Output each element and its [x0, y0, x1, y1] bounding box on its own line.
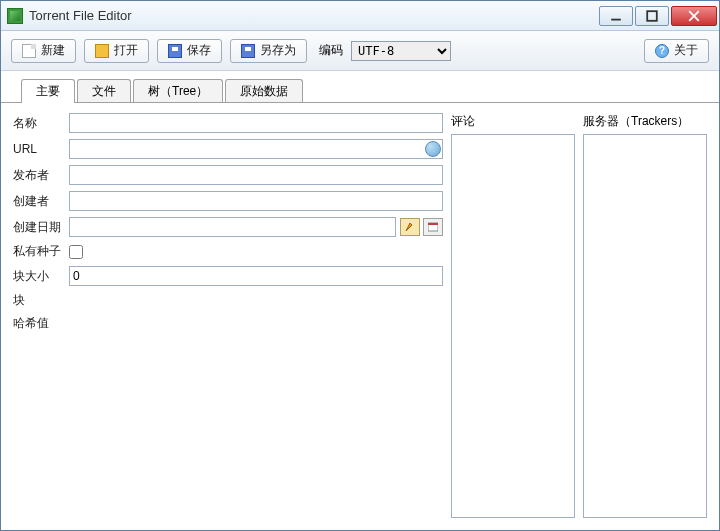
created-input[interactable]: [69, 217, 396, 237]
maximize-button[interactable]: [635, 6, 669, 26]
private-label: 私有种子: [13, 243, 69, 260]
piece-size-label: 块大小: [13, 268, 69, 285]
creator-label: 创建者: [13, 193, 69, 210]
tab-raw[interactable]: 原始数据: [225, 79, 303, 103]
piece-size-input[interactable]: [69, 266, 443, 286]
encoding-label: 编码: [319, 42, 343, 59]
saveas-icon: [241, 44, 255, 58]
globe-icon[interactable]: [425, 141, 441, 157]
url-label: URL: [13, 142, 69, 156]
created-label: 创建日期: [13, 219, 69, 236]
open-button[interactable]: 打开: [84, 39, 149, 63]
pieces-label: 块: [13, 292, 69, 309]
minimize-button[interactable]: [599, 6, 633, 26]
tab-tree[interactable]: 树（Tree）: [133, 79, 223, 103]
new-label: 新建: [41, 42, 65, 59]
about-label: 关于: [674, 42, 698, 59]
tab-files[interactable]: 文件: [77, 79, 131, 103]
url-input[interactable]: [69, 139, 443, 159]
comments-box[interactable]: [451, 134, 575, 518]
folder-open-icon: [95, 44, 109, 58]
saveas-label: 另存为: [260, 42, 296, 59]
file-new-icon: [22, 44, 36, 58]
comments-panel: 评论: [451, 113, 575, 518]
calendar-button[interactable]: [423, 218, 443, 236]
tabs: 主要 文件 树（Tree） 原始数据: [1, 77, 719, 103]
trackers-label: 服务器（Trackers）: [583, 113, 707, 130]
content-area: 名称 URL 发布者 创建者 创建日期 私有种子 块大小 块 哈希值 评论: [1, 103, 719, 530]
encoding-select[interactable]: UTF-8: [351, 41, 451, 61]
private-checkbox[interactable]: [69, 245, 83, 259]
save-button[interactable]: 保存: [157, 39, 222, 63]
name-label: 名称: [13, 115, 69, 132]
side-panels: 评论 服务器（Trackers）: [451, 113, 707, 518]
name-input[interactable]: [69, 113, 443, 133]
svg-rect-1: [647, 11, 657, 21]
tab-main[interactable]: 主要: [21, 79, 75, 103]
publisher-label: 发布者: [13, 167, 69, 184]
hash-label: 哈希值: [13, 315, 69, 332]
app-icon: [7, 8, 23, 24]
save-label: 保存: [187, 42, 211, 59]
toolbar: 新建 打开 保存 另存为 编码 UTF-8 ?关于: [1, 31, 719, 71]
titlebar: Torrent File Editor: [1, 1, 719, 31]
new-button[interactable]: 新建: [11, 39, 76, 63]
trackers-panel: 服务器（Trackers）: [583, 113, 707, 518]
window-controls: [599, 6, 717, 26]
form-column: 名称 URL 发布者 创建者 创建日期 私有种子 块大小 块 哈希值: [13, 113, 443, 518]
creator-input[interactable]: [69, 191, 443, 211]
comments-label: 评论: [451, 113, 575, 130]
save-icon: [168, 44, 182, 58]
clear-date-button[interactable]: [400, 218, 420, 236]
open-label: 打开: [114, 42, 138, 59]
app-window: Torrent File Editor 新建 打开 保存 另存为 编码 UTF-…: [0, 0, 720, 531]
about-button[interactable]: ?关于: [644, 39, 709, 63]
svg-rect-5: [428, 223, 438, 225]
saveas-button[interactable]: 另存为: [230, 39, 307, 63]
close-button[interactable]: [671, 6, 717, 26]
trackers-box[interactable]: [583, 134, 707, 518]
window-title: Torrent File Editor: [29, 8, 599, 23]
publisher-input[interactable]: [69, 165, 443, 185]
info-icon: ?: [655, 44, 669, 58]
